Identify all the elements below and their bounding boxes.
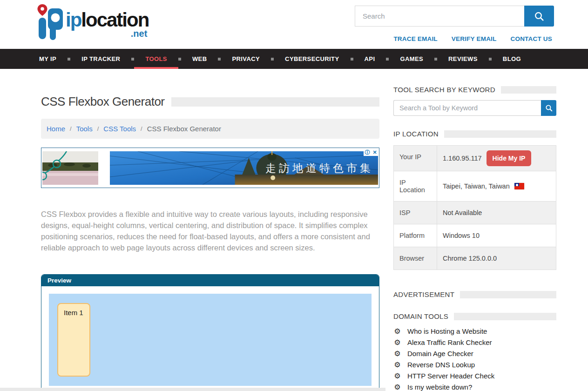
- header-search: [355, 6, 554, 27]
- tool-description: CSS Flexbox provides a flexible and intu…: [41, 209, 379, 253]
- hide-my-ip-button[interactable]: Hide My IP: [487, 150, 532, 166]
- domain-tools-heading-text: DOMAIN TOOLS: [393, 312, 448, 320]
- ip-location-value: Taipei, Taiwan, Taiwan: [443, 182, 510, 190]
- nav-item-blog[interactable]: BLOG: [492, 49, 532, 69]
- list-item: ⚙ HTTP Server Header Check: [393, 372, 556, 380]
- site-header: iplocation .net TRACE EMAIL VERIFY EMAIL…: [0, 0, 588, 49]
- domain-tool-link-domain-age[interactable]: Domain Age Checker: [407, 350, 473, 357]
- row-label: Browser: [394, 247, 437, 270]
- domain-tools-heading: DOMAIN TOOLS: [393, 312, 556, 320]
- breadcrumb-tools[interactable]: Tools: [76, 125, 93, 133]
- verify-email-link[interactable]: VERIFY EMAIL: [452, 35, 497, 42]
- gear-icon: ⚙: [393, 372, 401, 380]
- domain-tool-link-http-header[interactable]: HTTP Server Header Check: [407, 372, 494, 380]
- breadcrumb-current: CSS Flexbox Generator: [147, 125, 221, 133]
- nav-item-tools[interactable]: TOOLS: [134, 49, 178, 69]
- heading-decorative-bar: [454, 313, 556, 320]
- row-label: IP Location: [394, 171, 437, 201]
- list-item: ⚙ Reverse DNS Lookup: [393, 361, 556, 369]
- nav-item-reviews[interactable]: REVIEWS: [437, 49, 489, 69]
- tool-search-heading: TOOL SEARCH BY KEYWORD: [393, 86, 556, 94]
- nav-item-my-ip[interactable]: MY IP: [28, 49, 68, 69]
- title-decorative-bar: [171, 97, 379, 107]
- ip-location-heading: IP LOCATION: [393, 130, 556, 138]
- table-row-your-ip: Your IP 1.160.95.117 Hide My IP: [394, 146, 556, 171]
- header-search-input[interactable]: [355, 6, 524, 27]
- flexbox-preview-container: Item 1: [49, 294, 372, 386]
- nav-item-ip-tracker[interactable]: IP TRACKER: [70, 49, 131, 69]
- logo-word-ip: ip: [66, 9, 81, 31]
- gear-icon: ⚙: [393, 328, 401, 335]
- header-search-button[interactable]: [524, 6, 554, 27]
- gear-icon: ⚙: [393, 361, 401, 369]
- header-quick-links: TRACE EMAIL VERIFY EMAIL CONTACT US: [393, 35, 552, 42]
- table-row-platform: Platform Windows 10: [394, 224, 556, 247]
- preview-panel-body: Item 1: [41, 286, 379, 391]
- table-row-isp: ISP Not Available: [394, 202, 556, 224]
- taiwan-flag-icon: [514, 183, 524, 189]
- heading-decorative-bar: [501, 86, 556, 94]
- nav-item-games[interactable]: GAMES: [389, 49, 434, 69]
- breadcrumb: Home / Tools / CSS Tools / CSS Flexbox G…: [41, 119, 379, 139]
- domain-tool-link-hosting[interactable]: Who is Hosting a Website: [407, 327, 487, 335]
- preview-panel: Preview Item 1: [41, 274, 379, 391]
- tool-search-button[interactable]: [541, 100, 556, 116]
- list-item: ⚙ Is my website down?: [393, 383, 556, 391]
- nav-item-web[interactable]: WEB: [181, 49, 218, 69]
- search-icon: [545, 104, 553, 112]
- nav-item-api[interactable]: API: [353, 49, 386, 69]
- advertisement-heading: ADVERTISEMENT: [393, 290, 556, 298]
- tool-search-heading-text: TOOL SEARCH BY KEYWORD: [393, 86, 495, 94]
- breadcrumb-separator: /: [141, 125, 142, 132]
- breadcrumb-home[interactable]: Home: [47, 125, 65, 133]
- domain-tool-link-website-down[interactable]: Is my website down?: [407, 383, 472, 391]
- trace-email-link[interactable]: TRACE EMAIL: [393, 35, 437, 42]
- breadcrumb-css-tools[interactable]: CSS Tools: [103, 125, 136, 133]
- ip-location-heading-text: IP LOCATION: [393, 130, 439, 138]
- domain-tool-link-reverse-dns[interactable]: Reverse DNS Lookup: [407, 361, 475, 369]
- table-row-ip-location: IP Location Taipei, Taiwan, Taiwan: [394, 171, 556, 202]
- logo-word-location: location: [81, 9, 149, 31]
- list-item: ⚙ Who is Hosting a Website: [393, 327, 556, 335]
- ad-caption-text: 走訪地道特色市集: [265, 161, 373, 175]
- gear-icon: ⚙: [393, 384, 401, 391]
- page-title: CSS Flexbox Generator: [41, 94, 165, 109]
- browser-value: Chrome 125.0.0.0: [443, 255, 497, 262]
- ad-gap: [98, 151, 110, 185]
- heading-decorative-bar: [460, 291, 556, 298]
- heading-decorative-bar: [444, 130, 556, 138]
- breadcrumb-separator: /: [70, 125, 72, 132]
- table-row-browser: Browser Chrome 125.0.0.0: [394, 247, 556, 270]
- adchoices-icon[interactable]: ⓘ: [364, 148, 371, 156]
- main-column: CSS Flexbox Generator Home / Tools / CSS…: [41, 69, 379, 391]
- tool-search: [393, 100, 556, 116]
- ad-photo-landscape[interactable]: [42, 151, 98, 185]
- content-area: CSS Flexbox Generator Home / Tools / CSS…: [0, 69, 588, 391]
- domain-tool-link-alexa-rank[interactable]: Alexa Traffic Rank Checker: [407, 338, 492, 346]
- breadcrumb-separator: /: [97, 125, 99, 132]
- site-logo[interactable]: iplocation .net: [35, 3, 149, 40]
- tool-search-input[interactable]: [393, 100, 541, 116]
- row-label: Your IP: [394, 146, 437, 171]
- ad-close-icon[interactable]: ✕: [371, 148, 378, 156]
- flexbox-preview-item: Item 1: [57, 303, 90, 377]
- platform-value: Windows 10: [443, 232, 480, 239]
- logo-mark-icon: [35, 3, 64, 40]
- ad-banner[interactable]: 走訪地道特色市集 ⓘ ✕: [41, 148, 379, 188]
- ad-photo-building[interactable]: 走訪地道特色市集: [110, 151, 378, 185]
- list-item: ⚙ Domain Age Checker: [393, 350, 556, 357]
- sidebar: TOOL SEARCH BY KEYWORD IP LOCATION Your …: [393, 69, 556, 391]
- nav-item-cybersecurity[interactable]: CYBERSECURITY: [274, 49, 350, 69]
- ip-location-table: Your IP 1.160.95.117 Hide My IP IP Locat…: [393, 145, 556, 270]
- advertisement-heading-text: ADVERTISEMENT: [393, 290, 454, 298]
- logo-wordmark: iplocation .net: [66, 10, 149, 39]
- isp-value: Not Available: [443, 209, 482, 216]
- row-label: ISP: [394, 202, 437, 224]
- main-nav: MY IP IP TRACKER TOOLS WEB PRIVACY CYBER…: [0, 49, 588, 69]
- domain-tools-list: ⚙ Who is Hosting a Website ⚙ Alexa Traff…: [393, 327, 556, 391]
- gear-icon: ⚙: [393, 339, 401, 346]
- contact-us-link[interactable]: CONTACT US: [511, 35, 553, 42]
- page-background-strip: [0, 388, 385, 391]
- preview-panel-header: Preview: [41, 275, 379, 286]
- nav-item-privacy[interactable]: PRIVACY: [221, 49, 271, 69]
